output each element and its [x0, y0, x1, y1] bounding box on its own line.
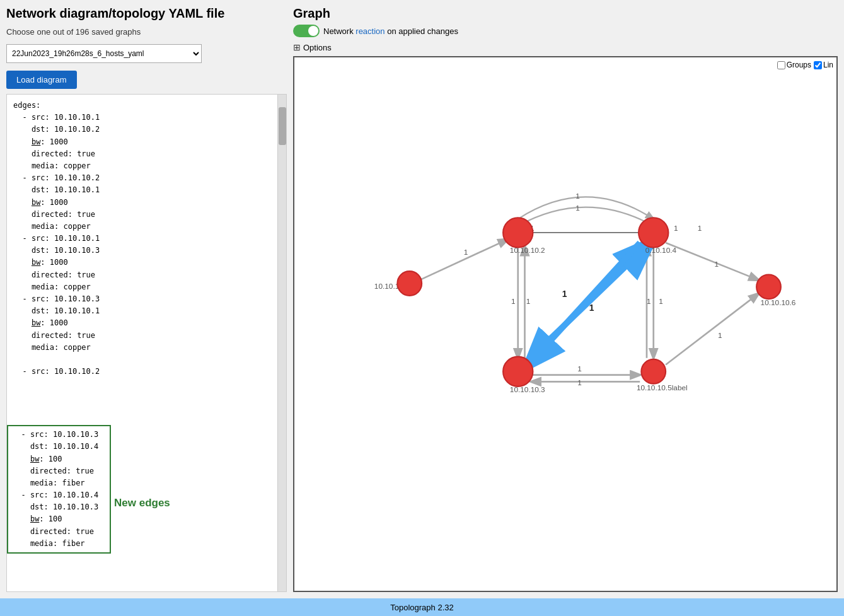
node-n4[interactable]	[639, 218, 668, 247]
subtitle: Choose one out of 196 saved graphs	[6, 27, 287, 37]
svg-text:1: 1	[464, 248, 468, 257]
scrollbar[interactable]	[277, 95, 286, 591]
status-text: Topolograph 2.32	[390, 603, 453, 612]
options-row[interactable]: ⊞ Options	[293, 42, 838, 52]
graph-title: Graph	[293, 6, 838, 21]
yaml-container: edges: - src: 10.10.10.1 dst: 10.10.10.2…	[6, 94, 287, 592]
graph-select[interactable]: 22Jun2023_19h26m28s_6_hosts_yaml	[6, 44, 202, 63]
right-panel: Graph Network reaction on applied change…	[293, 6, 838, 592]
toggle-row: Network reaction on applied changes	[293, 25, 838, 37]
node-n2[interactable]	[503, 218, 533, 247]
scrollbar-thumb[interactable]	[279, 107, 286, 145]
toggle-label: Network reaction on applied changes	[323, 26, 458, 36]
node-n1[interactable]	[397, 271, 422, 296]
svg-text:1: 1	[718, 331, 722, 340]
left-panel: Network diagram/topology YAML file Choos…	[6, 6, 287, 592]
lin-checkbox-label[interactable]: Lin	[814, 61, 833, 69]
svg-text:1: 1	[575, 204, 580, 212]
options-label: Options	[303, 43, 332, 52]
node-n5-label: 10.10.10.5label	[637, 383, 688, 392]
node-n5[interactable]	[641, 359, 666, 384]
node-n3-label: 10.10.10.3	[510, 385, 545, 394]
checkboxes-row: Groups Lin	[777, 61, 833, 69]
node-n2-label: 10.10.10.2	[510, 246, 545, 255]
svg-text:1: 1	[511, 297, 516, 306]
groups-checkbox-label[interactable]: Groups	[777, 61, 811, 69]
svg-text:1: 1	[715, 260, 719, 269]
network-reaction-toggle[interactable]	[293, 25, 320, 37]
svg-text:1: 1	[647, 297, 651, 306]
svg-text:1: 1	[562, 289, 567, 299]
svg-text:1: 1	[674, 224, 678, 233]
page-title: Network diagram/topology YAML file	[6, 6, 287, 21]
node-n3[interactable]	[503, 357, 533, 386]
svg-text:1: 1	[577, 364, 582, 373]
node-n6-label: 10.10.10.6	[761, 298, 796, 307]
groups-checkbox[interactable]	[777, 61, 785, 69]
new-edges-label: New edges	[114, 497, 170, 509]
options-icon: ⊞	[293, 42, 301, 52]
node-n4-label: 0.10.10.4	[645, 246, 677, 255]
node-n6[interactable]	[756, 275, 781, 299]
graph-svg: 1 1 1 1 1 1 1 1 1 1 1 1 1	[294, 57, 836, 591]
graph-area: Groups Lin	[293, 56, 838, 592]
svg-text:1: 1	[659, 297, 663, 306]
new-edges-box: - src: 10.10.10.3 dst: 10.10.10.4 bw: 10…	[7, 425, 111, 554]
status-bar: Topolograph 2.32	[0, 598, 844, 616]
yaml-text[interactable]: edges: - src: 10.10.10.1 dst: 10.10.10.2…	[7, 95, 277, 591]
svg-text:1: 1	[577, 378, 582, 387]
svg-text:1: 1	[575, 192, 580, 200]
load-diagram-button[interactable]: Load diagram	[6, 71, 77, 89]
lin-checkbox[interactable]	[814, 61, 822, 69]
svg-text:1: 1	[526, 297, 531, 306]
svg-text:1: 1	[589, 303, 594, 313]
dropdown-row: 22Jun2023_19h26m28s_6_hosts_yaml	[6, 44, 287, 63]
svg-text:1: 1	[698, 224, 702, 233]
